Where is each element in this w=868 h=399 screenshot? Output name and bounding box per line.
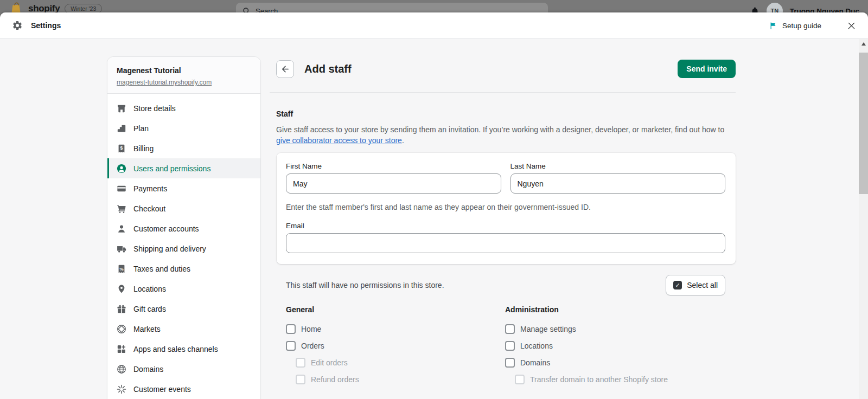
sidebar-item-users-and-permissions[interactable]: Users and permissions [107,158,260,178]
header-divider [270,92,736,93]
permission-row-orders: Orders [286,337,505,354]
permissions-columns: General Home Orders Edit orders Refund o… [286,305,736,388]
email-group: Email [286,222,725,253]
search-placeholder-text: Search [256,7,278,13]
flag-icon [769,22,777,30]
scrollbar-up-arrow[interactable] [859,39,868,48]
back-button[interactable] [276,60,294,78]
domains-icon [117,364,126,374]
add-staff-page: Add staff Send invite Staff Give staff a… [270,39,736,388]
permission-row-manage-settings: Manage settings [505,320,736,337]
permission-label: Transfer domain to another Shopify store [530,375,668,384]
checkbox [296,375,305,384]
email-label: Email [286,222,725,230]
select-all-button[interactable]: ✓ Select all [666,275,725,295]
global-search-input[interactable]: Search [236,3,548,12]
permissions-status-text: This staff will have no permissions in t… [286,281,444,289]
column-heading: General [286,305,505,314]
last-name-field[interactable] [510,173,726,194]
user-name[interactable]: Truong Nguyen Duc [790,7,859,13]
sidebar-item-shipping-and-delivery[interactable]: Shipping and delivery [107,239,260,259]
checkbox[interactable] [286,324,296,334]
scrollbar-thumb[interactable] [859,53,868,194]
avatar[interactable]: TN [767,3,783,12]
shopify-logo: shopify Winter '23 [10,2,102,12]
permission-label: Locations [520,342,553,350]
checked-checkbox-icon: ✓ [673,281,682,289]
store-domain-link[interactable]: magenest-tutorial.myshopify.com [117,79,251,86]
settings-nav: Store details Plan $ Billing Users and p… [107,94,260,399]
sidebar-item-domains[interactable]: Domains [107,359,260,379]
checkbox[interactable] [505,358,515,368]
page-header: Add staff Send invite [270,60,736,78]
setup-guide-label: Setup guide [782,22,821,30]
sidebar-item-customer-accounts[interactable]: Customer accounts [107,218,260,239]
sidebar-item-customer-events[interactable]: Customer events [107,379,260,399]
name-help-text: Enter the staff member's first and last … [286,203,725,211]
settings-title: Settings [31,21,61,30]
checkout-icon [117,204,126,214]
permission-label: Edit orders [311,358,348,367]
svg-text:$: $ [120,145,123,151]
vertical-scrollbar[interactable] [859,39,868,399]
taxes-icon: % [117,264,126,274]
settings-header: Settings Setup guide [0,12,868,39]
permissions-column-general: General Home Orders Edit orders Refund o… [286,305,505,388]
sidebar-item-plan[interactable]: Plan [107,118,260,138]
svg-text:%: % [119,266,123,271]
sidebar-item-billing[interactable]: $ Billing [107,138,260,158]
send-invite-button[interactable]: Send invite [678,60,736,78]
permission-label: Refund orders [311,375,359,384]
checkbox [296,358,305,368]
notifications-bell-icon[interactable] [750,7,760,13]
settings-sidebar: Magenest Tutorial magenest-tutorial.mysh… [107,56,261,399]
permission-list-administration: Manage settings Locations Domains Transf… [505,320,736,388]
email-field[interactable] [286,233,725,253]
sidebar-item-locations[interactable]: Locations [107,279,260,299]
permission-label: Orders [301,342,324,350]
billing-icon: $ [117,144,126,153]
permission-row-transfer-domain-to-another-shopify-store: Transfer domain to another Shopify store [515,371,736,388]
store-info: Magenest Tutorial magenest-tutorial.mysh… [107,57,260,94]
sidebar-item-markets[interactable]: Markets [107,319,260,339]
sidebar-item-store-details[interactable]: Store details [107,98,260,118]
permission-row-home: Home [286,320,505,337]
search-icon [242,7,251,13]
checkbox[interactable] [505,324,515,334]
payments-icon [117,184,126,194]
customer-events-icon [117,384,126,394]
sidebar-item-gift-cards[interactable]: Gift cards [107,299,260,319]
close-icon[interactable] [847,21,856,30]
name-row: First Name Last Name [286,162,725,194]
permissions-status-row: This staff will have no permissions in t… [286,275,725,295]
settings-modal: Settings Setup guide Magenest Tutorial m… [0,12,868,399]
staff-description: Give staff access to your store by sendi… [276,124,736,146]
permission-row-domains: Domains [505,354,736,371]
collaborator-access-link[interactable]: give collaborator access to your store [276,136,402,145]
permission-label: Manage settings [520,325,576,333]
first-name-label: First Name [286,162,501,170]
checkbox[interactable] [505,341,515,351]
shipping-icon [117,244,126,254]
page-title: Add staff [304,63,352,75]
sidebar-item-taxes-and-duties[interactable]: % Taxes and duties [107,259,260,279]
locations-icon [117,284,126,294]
shopify-wordmark: shopify [28,3,60,13]
apps-icon [117,344,126,354]
store-name: Magenest Tutorial [117,66,251,75]
first-name-group: First Name [286,162,501,194]
sidebar-item-payments[interactable]: Payments [107,178,260,198]
permission-row-locations: Locations [505,337,736,354]
checkbox[interactable] [286,341,296,351]
sidebar-item-apps-and-sales-channels[interactable]: Apps and sales channels [107,339,260,359]
users-icon [117,164,126,173]
permission-label: Domains [520,358,550,367]
gear-icon [12,20,23,31]
sidebar-item-checkout[interactable]: Checkout [107,198,260,218]
first-name-field[interactable] [286,173,501,194]
setup-guide-button[interactable]: Setup guide [769,22,821,30]
permission-label: Home [301,325,321,333]
last-name-label: Last Name [510,162,726,170]
permission-row-edit-orders: Edit orders [296,354,505,371]
last-name-group: Last Name [510,162,726,194]
